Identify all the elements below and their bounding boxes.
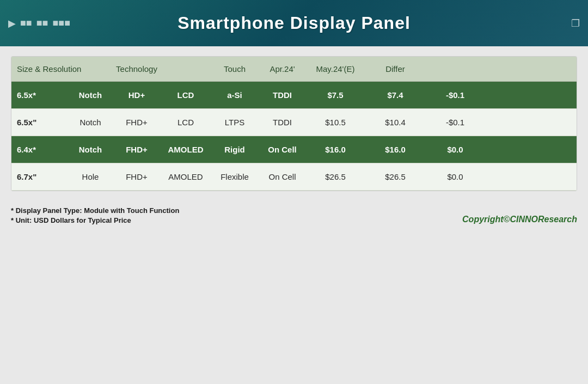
header-size-resolution: Size & Resolution — [17, 64, 115, 74]
header-apr: Apr.24' — [256, 64, 308, 74]
cell-may: $26.5 — [363, 172, 428, 181]
cell-touch: On Cell — [256, 145, 308, 154]
cell-apr: $16.0 — [308, 145, 363, 154]
cell-may: $10.4 — [363, 118, 428, 127]
cell-touch: TDDI — [256, 118, 308, 127]
display-panel-table: Size & Resolution Technology Touch Apr.2… — [11, 56, 577, 191]
cell-tech: AMOLED — [158, 145, 213, 154]
cell-tech: LCD — [158, 90, 213, 100]
cell-tech: LCD — [158, 118, 213, 127]
cell-may: $7.4 — [363, 90, 428, 100]
cell-backplane: LTPS — [213, 118, 256, 127]
cell-notch: Notch — [66, 90, 115, 100]
cell-backplane: Flexible — [213, 172, 256, 181]
cell-resolution: HD+ — [115, 90, 158, 100]
header-bar: ▶ ■■ ■■ ■■■ Smartphone Display Panel ❐ — [0, 0, 588, 46]
cell-backplane: Rigid — [213, 145, 256, 154]
cell-size: 6.7x" — [17, 172, 66, 181]
cell-resolution: FHD+ — [115, 172, 158, 181]
header-backplane — [158, 64, 213, 74]
table-row: 6.5x* Notch HD+ LCD a-Si TDDI $7.5 $7.4 … — [11, 82, 577, 109]
menu-icon: ■■■ — [53, 17, 71, 29]
cell-backplane: a-Si — [213, 90, 256, 100]
cell-size: 6.5x" — [17, 118, 66, 127]
copyright-text: Copyright©CINNOResearch — [462, 215, 577, 224]
cell-resolution: FHD+ — [115, 145, 158, 154]
cell-notch: Hole — [66, 172, 115, 181]
cell-differ: $0.0 — [428, 172, 482, 181]
cell-apr: $10.5 — [308, 118, 363, 127]
cell-notch: Notch — [66, 118, 115, 127]
footer-section: * Display Panel Type: Module with Touch … — [0, 201, 588, 227]
header-may: May.24'(E) — [308, 64, 363, 74]
table-row: 6.4x* Notch FHD+ AMOLED Rigid On Cell $1… — [11, 136, 577, 163]
cell-differ: -$0.1 — [428, 90, 482, 100]
grid-icon1: ■■ — [20, 17, 32, 29]
header-icons-left: ▶ ■■ ■■ ■■■ — [8, 17, 70, 29]
header-touch: Touch — [213, 64, 256, 74]
cell-size: 6.5x* — [17, 90, 66, 100]
cell-notch: Notch — [66, 145, 115, 154]
cell-differ: -$0.1 — [428, 118, 482, 127]
app-window: ▶ ■■ ■■ ■■■ Smartphone Display Panel ❐ S… — [0, 0, 588, 227]
footer-note2: * Unit: USD Dollars for Typical Price — [11, 216, 179, 224]
header-technology: Technology — [115, 64, 158, 74]
table-row: 6.7x" Hole FHD+ AMOLED Flexible On Cell … — [11, 163, 577, 191]
grid-icon2: ■■ — [36, 17, 48, 29]
cell-touch: TDDI — [256, 90, 308, 100]
cell-apr: $26.5 — [308, 172, 363, 181]
table-header-row: Size & Resolution Technology Touch Apr.2… — [11, 57, 577, 82]
cell-differ: $0.0 — [428, 145, 482, 154]
header-differ: Differ — [363, 64, 428, 74]
footer-notes-left: * Display Panel Type: Module with Touch … — [11, 206, 179, 224]
cell-may: $16.0 — [363, 145, 428, 154]
share-icon: ❐ — [571, 17, 580, 29]
cell-tech: AMOLED — [158, 172, 213, 181]
cell-apr: $7.5 — [308, 90, 363, 100]
cell-resolution: FHD+ — [115, 118, 158, 127]
page-title: Smartphone Display Panel — [177, 13, 411, 33]
cell-touch: On Cell — [256, 172, 308, 181]
arrow-icon: ▶ — [8, 17, 16, 29]
footer-note1: * Display Panel Type: Module with Touch … — [11, 206, 179, 215]
cell-size: 6.4x* — [17, 145, 66, 154]
table-row: 6.5x" Notch FHD+ LCD LTPS TDDI $10.5 $10… — [11, 109, 577, 136]
